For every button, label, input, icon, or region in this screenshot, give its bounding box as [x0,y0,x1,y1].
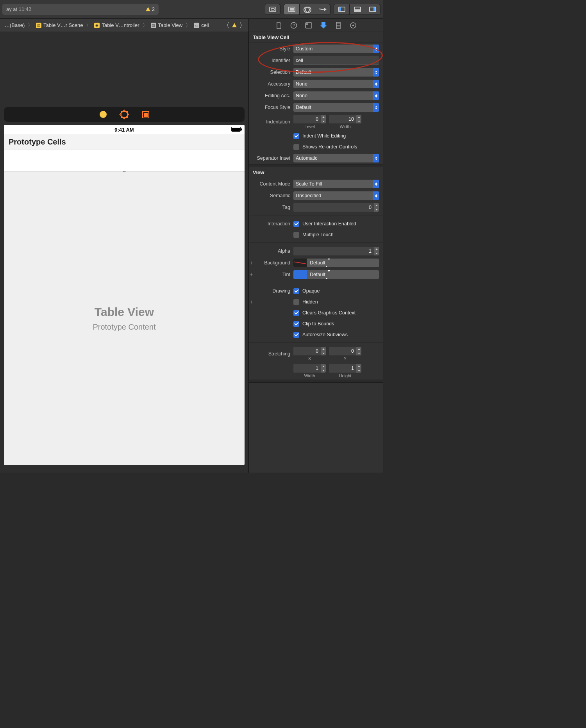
section-view-title: View [249,167,383,178]
toggle-navigator-button[interactable] [334,4,349,15]
stepper[interactable] [356,347,361,355]
stretch-w-field[interactable] [293,364,321,373]
toggle-inspector-button[interactable] [365,4,381,15]
row-tag: Tag [249,202,383,213]
opaque-checkbox[interactable] [293,288,299,294]
multiple-touch-checkbox[interactable] [293,232,299,238]
chevron-right-icon: 〉 [85,22,92,29]
nav-forward-button[interactable]: 〉 [239,21,246,30]
panel-toggle-segment [334,4,381,15]
chevron-updown-icon [373,180,379,188]
add-icon[interactable]: + [250,271,253,278]
focus-style-select[interactable]: Default [293,103,379,112]
library-icon [269,7,276,12]
section-cell-title: Table View Cell [249,32,383,43]
chevron-right-icon: 〉 [27,22,34,29]
jump-bar[interactable]: …(Base)〉 ▤Table V…r Scene〉 ◉Table V…ntro… [0,19,248,32]
nav-back-button[interactable]: 〈 [223,21,230,30]
stepper[interactable] [374,203,379,212]
clears-checkbox[interactable] [293,310,299,316]
library-button[interactable] [265,4,280,15]
chevron-updown-icon [373,91,379,100]
file-inspector-tab[interactable] [275,22,282,29]
warning-icon[interactable] [232,23,237,27]
accessory-select[interactable]: None [293,80,379,88]
row-stretching-xy: Stretching X Y [249,345,383,362]
selection-select[interactable]: Default [293,68,379,77]
chevron-updown-icon [373,68,379,77]
assistant-editor-button[interactable] [299,4,315,15]
separator-inset-select[interactable]: Automatic [293,154,379,162]
scene-dock[interactable] [4,107,245,122]
stepper[interactable] [356,364,361,373]
indent-width-field[interactable] [329,115,356,123]
stepper[interactable] [374,247,379,255]
stretch-x-field[interactable] [293,347,321,355]
indent-level-field[interactable] [293,115,321,123]
panel-bottom-icon [354,7,361,12]
clip-checkbox[interactable] [293,321,299,327]
canvas-area[interactable]: 9:41 AM Prototype Cells Table View Proto… [0,32,248,473]
editing-acc-select[interactable]: None [293,91,379,100]
arrows-icon [319,7,327,12]
stretch-y-field[interactable] [329,347,356,355]
row-user-interaction: Interaction User Interaction Enabled [249,218,383,229]
quick-help-tab[interactable]: ? [290,22,297,29]
stretch-h-field[interactable] [329,364,356,373]
identity-inspector-tab[interactable] [305,22,312,29]
scene-icon: ▤ [36,23,41,28]
row-clears: Clears Graphics Context [249,307,383,318]
standard-editor-button[interactable] [284,4,299,15]
first-responder-icon[interactable] [121,111,128,118]
identifier-field[interactable] [293,56,379,65]
crumb-base[interactable]: …(Base) [2,22,27,28]
view-controller-icon[interactable] [100,111,107,118]
background-select[interactable]: Default [293,259,379,267]
svg-text:?: ? [292,23,295,28]
row-hidden: + Hidden [249,296,383,307]
semantic-select[interactable]: Unspecified [293,191,379,200]
indent-editing-checkbox[interactable] [293,133,299,139]
stepper[interactable] [321,364,326,373]
chevron-updown-icon [325,272,330,278]
crumb-controller[interactable]: ◉Table V…ntroller [92,22,141,28]
warning-count: 2 [152,6,155,12]
chevron-updown-icon [373,154,379,162]
row-reorder: Shows Re-order Controls [249,141,383,152]
row-stretching-wh: Width Height [249,362,383,380]
row-semantic: Semantic Unspecified [249,190,383,202]
add-icon[interactable]: + [250,260,253,266]
activity-status[interactable]: ay at 11:42 2 [2,4,159,15]
row-autoresize: Autoresize Subviews [249,329,383,340]
style-select[interactable]: Custom [293,45,379,53]
stepper[interactable] [321,347,326,355]
add-icon[interactable]: + [250,299,253,305]
user-interaction-checkbox[interactable] [293,221,299,227]
content-mode-select[interactable]: Scale To Fill [293,180,379,188]
stepper[interactable] [321,115,326,123]
tint-select[interactable]: Default [293,270,379,279]
attributes-inspector-tab[interactable] [320,22,327,29]
warnings-indicator[interactable]: 2 [146,6,155,12]
crumb-scene[interactable]: ▤Table V…r Scene [34,22,85,28]
reorder-checkbox[interactable] [293,144,299,150]
autoresize-checkbox[interactable] [293,332,299,338]
exit-icon[interactable] [142,111,149,118]
connections-inspector-tab[interactable] [350,22,357,29]
row-accessory: Accessory None [249,78,383,90]
size-inspector-tab[interactable] [335,22,342,29]
prototype-cell[interactable] [4,150,245,172]
stepper[interactable] [356,115,361,123]
alpha-field[interactable] [293,247,374,255]
version-editor-button[interactable] [315,4,331,15]
hidden-checkbox[interactable] [293,299,299,305]
crumb-tableview[interactable]: ▤Table View [148,22,185,28]
toggle-debug-button[interactable] [349,4,365,15]
crumb-cell[interactable]: ▭cell [191,22,211,28]
row-style: Style Custom [249,43,383,55]
chevron-updown-icon [373,191,379,200]
inspector-tab-bar: ? [248,19,383,32]
color-swatch-icon [293,259,307,267]
tag-field[interactable] [293,203,374,212]
device-preview[interactable]: 9:41 AM Prototype Cells Table View Proto… [4,125,245,465]
